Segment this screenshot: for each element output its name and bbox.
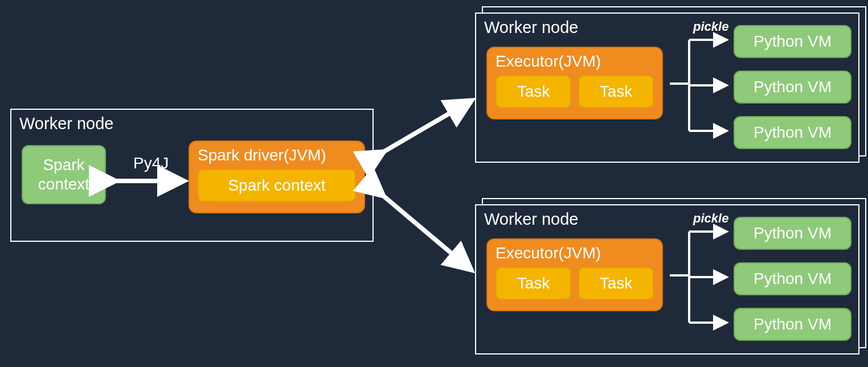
executor-label: Executor(JVM) <box>496 244 654 262</box>
worker-node-title: Worker node <box>11 110 372 135</box>
python-vm: Python VM <box>734 262 851 295</box>
spark-context-python: Spark context <box>22 145 106 204</box>
python-vm: Python VM <box>734 71 851 104</box>
python-vm: Python VM <box>734 116 851 149</box>
spark-driver-label: Spark driver(JVM) <box>198 146 356 164</box>
py4j-label: Py4J <box>133 154 169 172</box>
pickle-label: pickle <box>693 19 728 34</box>
worker-node-1: Worker node Executor(JVM) Task Task pick… <box>475 13 859 163</box>
task-box: Task <box>496 75 571 108</box>
executor-jvm-2: Executor(JVM) Task Task <box>486 238 663 311</box>
spark-context-jvm: Spark context <box>198 169 356 202</box>
executor-jvm-1: Executor(JVM) Task Task <box>486 47 663 119</box>
task-box: Task <box>578 75 654 108</box>
executor-label: Executor(JVM) <box>496 52 654 71</box>
task-box: Task <box>578 267 654 300</box>
pickle-label: pickle <box>693 211 728 226</box>
python-vm: Python VM <box>734 308 851 341</box>
python-vm: Python VM <box>734 25 851 58</box>
python-vm: Python VM <box>734 217 851 250</box>
worker-node-2: Worker node Executor(JVM) Task Task pick… <box>475 204 859 354</box>
svg-line-3 <box>380 193 468 267</box>
task-box: Task <box>496 267 571 300</box>
spark-driver-jvm: Spark driver(JVM) Spark context <box>189 141 365 213</box>
driver-worker-node: Worker node Spark context Py4J Spark dri… <box>10 109 374 242</box>
svg-line-2 <box>380 102 468 154</box>
